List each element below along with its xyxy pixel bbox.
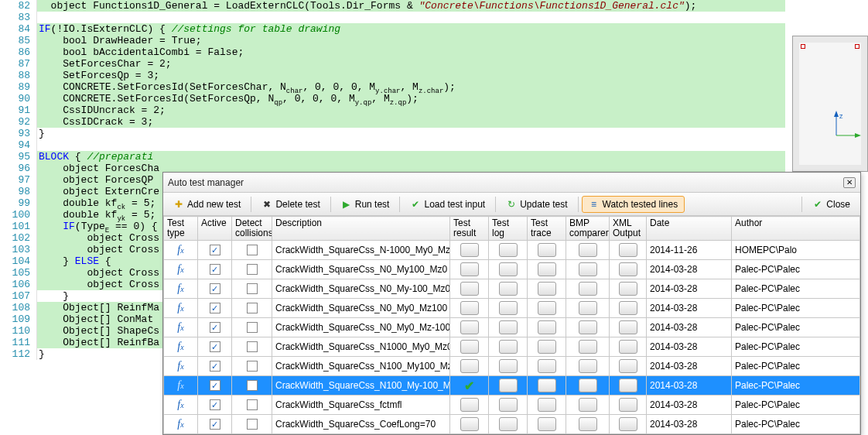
table-row[interactable]: fxCrackWidth_SquareCss_N0_My0_Mz-1002014… [164,318,860,337]
result-button[interactable] [460,398,479,412]
result-button[interactable] [460,320,479,334]
test-trace-button[interactable] [538,378,556,392]
xml-output-button[interactable] [619,301,637,315]
dialog-titlebar[interactable]: Auto test manager ✕ [163,173,860,193]
test-log-button[interactable] [499,282,518,296]
code-line[interactable]: SetForcesQp = 3; [37,70,785,81]
close-icon[interactable]: ✕ [843,177,856,188]
detect-collisions-checkbox[interactable] [247,361,258,372]
xml-output-button[interactable] [619,262,637,276]
active-checkbox[interactable] [210,283,220,294]
detect-collisions-checkbox[interactable] [247,399,258,410]
code-line[interactable]: CONCRETE.SetForcesId(SetForcesQp, Nqp, 0… [37,93,785,104]
detect-collisions-checkbox[interactable] [247,303,258,313]
table-row[interactable]: fxCrackWidth_SquareCss_fctmfl2014-03-28P… [164,396,860,415]
bmp-comparer-button[interactable] [579,243,597,257]
code-line[interactable]: CssIDCrack = 3; [37,116,785,128]
code-line[interactable]: SetForcesChar = 2; [37,58,785,70]
test-trace-button[interactable] [538,320,556,334]
close-button[interactable]: ✔Close [805,196,857,213]
column-header[interactable]: Active [198,217,232,241]
test-trace-button[interactable] [538,243,556,257]
xml-output-button[interactable] [619,359,637,373]
detect-collisions-checkbox[interactable] [247,283,258,294]
result-button[interactable] [460,359,479,373]
bmp-comparer-button[interactable] [579,359,597,373]
test-trace-button[interactable] [538,359,556,373]
active-checkbox[interactable] [210,361,220,372]
column-header[interactable]: BMPcomparer [566,217,610,241]
active-checkbox[interactable] [210,341,220,352]
test-trace-button[interactable] [538,340,556,354]
active-checkbox[interactable] [210,264,220,275]
detect-collisions-checkbox[interactable] [247,341,258,352]
xml-output-button[interactable] [619,417,637,431]
bmp-comparer-button[interactable] [579,417,597,431]
code-line[interactable]: object Functions1D_General = LoadExternC… [37,0,785,12]
code-line[interactable]: bool DrawHeader = True; [37,35,785,46]
test-trace-button[interactable] [538,262,556,276]
xml-output-button[interactable] [619,320,637,334]
result-button[interactable] [460,282,479,296]
test-trace-button[interactable] [538,282,556,296]
result-button[interactable] [460,340,479,354]
code-line[interactable]: IF(!IO.IsExternCLC) { //settings for tab… [37,23,785,35]
bmp-comparer-button[interactable] [579,282,597,296]
detect-collisions-checkbox[interactable] [247,245,258,255]
column-header[interactable]: Testresult [450,217,489,241]
test-log-button[interactable] [499,378,518,392]
code-line[interactable]: CONCRETE.SetForcesId(SetForcesChar, Ncha… [37,81,785,93]
tests-grid[interactable]: TesttypeActiveDetectcollisionsDescriptio… [163,216,860,434]
xml-output-button[interactable] [619,398,637,412]
delete-test-button[interactable]: ✖Delete test [255,196,326,213]
column-header[interactable]: Author [732,217,860,241]
detect-collisions-checkbox[interactable] [247,380,258,391]
test-log-button[interactable] [499,320,518,334]
column-header[interactable]: Testlog [489,217,528,241]
active-checkbox[interactable] [210,245,220,255]
bmp-comparer-button[interactable] [579,378,597,392]
column-header[interactable]: Testtrace [528,217,566,241]
table-row[interactable]: fxCrackWidth_SquareCss_N1000_My0_Mz02014… [164,337,860,357]
test-log-button[interactable] [499,359,518,373]
column-header[interactable]: Date [647,217,732,241]
bmp-comparer-button[interactable] [579,301,597,315]
bmp-comparer-button[interactable] [579,340,597,354]
table-row[interactable]: fxCrackWidth_SquareCss_N100_My-100_Mz0✔2… [164,376,860,396]
code-line[interactable]: CssIDUncrack = 2; [37,104,785,116]
result-button[interactable] [460,417,479,431]
xml-output-button[interactable] [619,282,637,296]
code-line[interactable]: bool bAccidentalCombi = False; [37,46,785,58]
add-new-test-button[interactable]: ✚Add new test [166,196,248,213]
active-checkbox[interactable] [210,322,220,333]
table-row[interactable]: fxCrackWidth_SquareCss_N0_My-100_Mz02014… [164,279,860,299]
test-log-button[interactable] [499,301,518,315]
watch-tested-lines-button[interactable]: ≡Watch tested lines [582,196,685,213]
detect-collisions-checkbox[interactable] [247,322,258,333]
test-log-button[interactable] [499,262,518,276]
active-checkbox[interactable] [210,380,220,391]
bmp-comparer-button[interactable] [579,320,597,334]
column-header[interactable]: Detectcollisions [232,217,272,241]
column-header[interactable]: XMLOutput [610,217,647,241]
detect-collisions-checkbox[interactable] [247,419,258,430]
table-row[interactable]: fxCrackWidth_SquareCss_N0_My100_Mz02014-… [164,260,860,279]
xml-output-button[interactable] [619,243,637,257]
test-trace-button[interactable] [538,301,556,315]
bmp-comparer-button[interactable] [579,398,597,412]
active-checkbox[interactable] [210,303,220,313]
active-checkbox[interactable] [210,399,220,410]
xml-output-button[interactable] [619,378,637,392]
code-line[interactable]: BLOCK { //preparati [37,151,785,163]
xml-output-button[interactable] [619,340,637,354]
table-row[interactable]: fxCrackWidth_SquareCss_N0_My0_Mz02014-11… [164,434,860,435]
result-button[interactable] [460,262,479,276]
table-row[interactable]: fxCrackWidth_SquareCss_N100_My100_Mz0201… [164,357,860,376]
test-log-button[interactable] [499,340,518,354]
column-header[interactable]: Testtype [164,217,198,241]
run-test-button[interactable]: ▶Run test [334,196,397,213]
result-button[interactable] [460,243,479,257]
load-test-input-button[interactable]: ✔Load test input [403,196,492,213]
table-row[interactable]: fxCrackWidth_SquareCss_N0_My0_Mz1002014-… [164,299,860,318]
result-button[interactable] [460,301,479,315]
